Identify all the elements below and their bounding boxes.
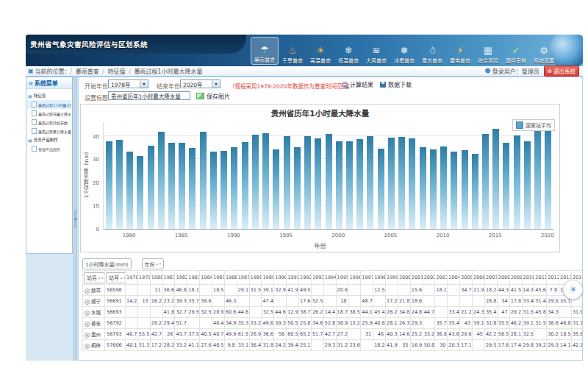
nav-item-7[interactable]: ☃雪灾普查: [418, 37, 446, 65]
value-cell: 55.5: [137, 329, 150, 340]
end-year-select[interactable]: 2020年 ▼: [180, 79, 220, 88]
station-radio[interactable]: [85, 289, 90, 294]
chart-bar: [168, 143, 175, 229]
value-cell: [137, 285, 150, 296]
measure-field-chip[interactable]: 1小时降水量(mm): [82, 258, 132, 269]
column-field-chip[interactable]: 年份 ▴ ▾: [142, 258, 165, 269]
collapse-icon: ◂: [74, 216, 76, 221]
folder-icon: ▤: [28, 93, 32, 99]
nav-item-label: 冰雹普查: [394, 57, 415, 64]
nav-item-3[interactable]: ☀高温普查: [306, 37, 334, 65]
station-id-cell: 56598: [105, 285, 126, 296]
sort-asc-icon[interactable]: ▴: [98, 276, 100, 280]
breadcrumb-separator: /: [101, 68, 107, 75]
value-cell: 31.2: [336, 340, 348, 351]
sort-desc-icon[interactable]: ▾: [101, 276, 103, 280]
station-radio[interactable]: [85, 300, 90, 305]
x-tick-label: 1980: [120, 233, 139, 238]
sidebar-item[interactable]: 暴雨过程累计降水量: [27, 127, 71, 135]
station-data-table: 站名▴▾站号▴▾19781979198019811982198319841985…: [82, 270, 582, 360]
chart-bar: [137, 156, 143, 229]
value-cell: 18.5: [559, 329, 572, 340]
value-cell: 24.2: [274, 340, 287, 351]
value-cell: 29.4: [162, 318, 175, 329]
chart-title-input[interactable]: [108, 91, 190, 100]
value-cell: 14.6: [398, 329, 410, 340]
station-radio[interactable]: [85, 333, 90, 338]
start-year-label: 开始年份: [85, 82, 108, 90]
magnifier-icon: [342, 82, 348, 88]
station-name: 赫章: [91, 288, 101, 294]
breadcrumb-link[interactable]: 暴雨过程1小时最大降水量: [134, 68, 202, 75]
value-cell: 26: [162, 329, 175, 340]
value-cell: 42.1: [571, 340, 582, 351]
nav-item-10[interactable]: ✔图件审核: [502, 37, 530, 65]
y-tick-label: 0: [81, 227, 99, 233]
nav-item-label: 系统设置: [534, 57, 554, 64]
value-cell: 18.2: [373, 340, 386, 351]
nav-item-6[interactable]: ❅冰雹普查: [390, 37, 418, 65]
station-radio[interactable]: [85, 344, 90, 349]
value-cell: 29.3: [323, 340, 336, 351]
save-image-label: 保存图片: [207, 92, 230, 100]
logout-button[interactable]: ⊗ 退出系统: [544, 66, 579, 77]
chart-bar: [242, 142, 248, 229]
value-cell: 14.3: [522, 285, 534, 296]
value-cell: 18.7: [336, 307, 348, 318]
tree-group[interactable]: ▤普查产品制作: [27, 135, 71, 144]
value-cell: 42.7: [323, 329, 336, 340]
sidebar-splitter[interactable]: ◂: [74, 77, 77, 361]
nav-item-4[interactable]: ❄低温普查: [334, 37, 362, 65]
nav-item-2[interactable]: ♨干旱普查: [279, 37, 306, 65]
value-cell: 34.9: [224, 318, 237, 329]
value-cell: 35.8: [571, 329, 582, 340]
value-cell: 18.1: [435, 285, 448, 296]
value-cell: 31.8: [262, 340, 274, 351]
id-column-header-chip[interactable]: 站号▴▾: [106, 272, 126, 283]
value-cell: 20.3: [448, 340, 460, 351]
station-radio[interactable]: [85, 322, 90, 327]
sidebar-item[interactable]: 普查产品制作: [27, 144, 71, 153]
station-column-header-chip[interactable]: 站名▴▾: [84, 272, 105, 283]
station-radio[interactable]: [85, 311, 90, 316]
sidebar-item[interactable]: 暴雨过程1小时最大降水量: [27, 100, 71, 109]
sidebar-item[interactable]: 暴雨过程日最大降水量: [27, 109, 71, 118]
value-cell: 44.6: [274, 307, 287, 318]
download-button[interactable]: 数据下载: [380, 80, 412, 88]
tree-group[interactable]: ▤特征值: [27, 91, 71, 100]
save-image-button[interactable]: 保存图片: [196, 92, 230, 100]
station-id-cell: 56792: [105, 318, 126, 329]
year-column-header: 2011: [534, 271, 547, 285]
calculate-button[interactable]: 计算结果: [342, 80, 373, 88]
year-column-header: 1989: [262, 271, 274, 285]
download-label: 数据下载: [388, 80, 412, 88]
value-cell: 41.8: [162, 307, 175, 318]
value-cell: 28.1: [386, 318, 398, 329]
value-cell: 14.1: [559, 340, 572, 351]
nav-item-8[interactable]: ⚡雷电普查: [446, 37, 474, 65]
sidebar-item[interactable]: 暴雨过程持续天数: [27, 118, 71, 127]
nav-item-11[interactable]: ⚙系统设置: [530, 37, 558, 65]
breadcrumb-link[interactable]: 暴雨普查: [76, 68, 99, 75]
chart-bar: [284, 136, 290, 229]
chart-panel: 贵州省历年1小时最大降水量 国家站平均 1小时降水量（mm） 年份 010203…: [80, 104, 560, 252]
value-cell: [559, 307, 572, 318]
value-cell: 14.2: [126, 296, 138, 307]
y-tick-label: 20: [81, 180, 99, 186]
value-cell: 23.6: [348, 340, 361, 351]
nav-item-9[interactable]: ▦综合风险: [474, 37, 502, 65]
year-column-header: 1983: [187, 271, 200, 285]
table-row: 桐梓5760640.151.317.228.233.241.127.640.59…: [83, 340, 583, 351]
sort-asc-icon[interactable]: ▴: [121, 276, 122, 280]
year-column-header: 1990: [274, 271, 287, 285]
splitter-collapse-handle[interactable]: ◂: [74, 210, 76, 227]
station-name-cell: 威宁: [83, 296, 105, 307]
value-cell: 47.4: [262, 296, 274, 307]
floating-assistant-button[interactable]: ✳: [563, 280, 583, 300]
start-year-select[interactable]: 1978年 ▼: [108, 79, 148, 88]
breadcrumb: / 暴雨普查 / 特征值 / 暴雨过程1小时最大降水量: [71, 67, 204, 75]
nav-item-5[interactable]: ≋大风普查: [362, 37, 390, 65]
station-name-cell: 普安: [83, 318, 105, 329]
nav-item-1[interactable]: ☂暴雨普查: [251, 37, 279, 65]
breadcrumb-link[interactable]: 特征值: [108, 68, 126, 75]
